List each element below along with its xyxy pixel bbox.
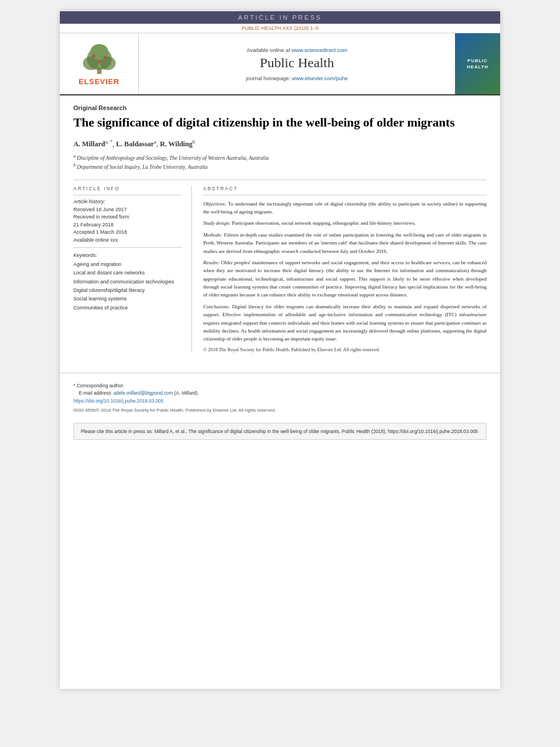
corresponding-author-note: * Corresponding author.	[73, 382, 487, 390]
elsevier-logo: ELSEVIER	[77, 42, 122, 86]
copyright-line: © 2018 The Royal Society for Public Heal…	[203, 347, 487, 352]
article-title: The significance of digital citizenship …	[73, 115, 487, 131]
author2-name: L. Baldassar	[116, 140, 154, 148]
abstract-title: ABSTRACT	[203, 186, 487, 191]
article-type: Original Research	[73, 104, 487, 111]
email-link[interactable]: adele.millard@bigpond.com	[113, 390, 173, 396]
svg-point-6	[103, 56, 107, 59]
svg-point-7	[98, 60, 101, 63]
article-in-press-banner: ARTICLE IN PRESS	[60, 11, 500, 24]
author2-sup: a	[154, 139, 156, 145]
affiliations: a Discipline of Anthropology and Sociolo…	[73, 153, 487, 172]
author3-name: R. Wilding	[160, 140, 193, 148]
article-info-title: ARTICLE INFO	[73, 186, 182, 191]
journal-ref-text: PUBLIC HEALTH XXX (2018) 1–5	[242, 25, 318, 31]
email-footnote: E-mail address: adele.millard@bigpond.co…	[73, 390, 487, 397]
journal-badge: PUBLICHEALTH	[464, 55, 491, 73]
received-date: Received 16 June 2017	[73, 206, 182, 214]
received-revised-label: Received in revised form	[73, 213, 182, 221]
footer-area: * Corresponding author. E-mail address: …	[60, 373, 500, 417]
sciencedirect-link[interactable]: www.sciencedirect.com	[291, 47, 347, 53]
available-online: Available online at www.sciencedirect.co…	[247, 47, 347, 53]
authors: A. Millarda, *, L. Baldassara, R. Wildin…	[73, 139, 487, 148]
keywords-list: Ageing and migration Local and distant c…	[73, 260, 182, 312]
journal-ref-line: PUBLIC HEALTH XXX (2018) 1–5	[60, 24, 500, 33]
keywords-divider	[73, 247, 182, 248]
doi-footnote: https://doi.org/10.1016/j.puhe.2018.03.0…	[73, 397, 487, 405]
accepted-date: Accepted 1 March 2018	[73, 229, 182, 237]
affiliation-2: b Department of Social Inquiry, La Trobe…	[73, 162, 487, 171]
affiliation-1: a Discipline of Anthropology and Sociolo…	[73, 153, 487, 162]
section-divider	[73, 180, 487, 180]
elsevier-wordmark: ELSEVIER	[78, 77, 119, 86]
keyword-2: Local and distant care networks	[73, 269, 182, 277]
journal-homepage: journal homepage: www.elsevier.com/puhe	[246, 75, 348, 81]
journal-badge-area: PUBLICHEALTH	[455, 33, 500, 94]
journal-homepage-link[interactable]: www.elsevier.com/puhe	[292, 75, 348, 81]
elsevier-logo-area: ELSEVIER	[60, 33, 139, 94]
keyword-1: Ageing and migration	[73, 260, 182, 269]
study-design-para: Study design: Participant observation, s…	[203, 219, 487, 227]
two-column-layout: ARTICLE INFO Article history: Received 1…	[73, 186, 487, 352]
objectives-para: Objectives: To understand the increasing…	[203, 200, 487, 216]
issn-line: 0033-3506/© 2018 The Royal Society for P…	[73, 408, 487, 413]
banner-text: ARTICLE IN PRESS	[238, 14, 322, 21]
journal-title: Public Health	[260, 55, 334, 71]
author3-sup: b	[193, 139, 195, 145]
keyword-4: Digital citizenship/digital literacy	[73, 286, 182, 295]
keyword-6: Communities of practice	[73, 304, 182, 312]
abstract-column: ABSTRACT Objectives: To understand the i…	[203, 186, 487, 352]
header-center: Available online at www.sciencedirect.co…	[139, 33, 455, 94]
keyword-5: Social learning systems	[73, 295, 182, 303]
results-para: Results: Older peoples' maintenance of s…	[203, 259, 487, 299]
svg-point-5	[92, 54, 95, 58]
abstract-divider	[203, 195, 487, 195]
doi-link[interactable]: https://doi.org/10.1016/j.puhe.2018.03.0…	[73, 398, 164, 404]
methods-para: Methods: Fifteen in-depth case studies e…	[203, 231, 487, 255]
article-body: Original Research The significance of di…	[60, 95, 500, 361]
received-revised-date: 21 February 2018	[73, 221, 182, 229]
citation-box: Please cite this article in press as: Mi…	[73, 423, 487, 440]
conclusions-para: Conclusions: Digital literacy for older …	[203, 303, 487, 343]
article-info-column: ARTICLE INFO Article history: Received 1…	[73, 186, 192, 352]
info-divider	[73, 195, 182, 195]
available-online: Available online xxx	[73, 237, 182, 244]
keywords-label: Keywords:	[73, 252, 182, 258]
page: ARTICLE IN PRESS PUBLIC HEALTH XXX (2018…	[60, 11, 500, 689]
history-label: Article history:	[73, 199, 182, 204]
header: ELSEVIER Available online at www.science…	[60, 33, 500, 95]
author1-sup: a, *	[105, 139, 112, 145]
elsevier-tree-icon	[77, 42, 122, 76]
author1-name: A. Millard	[73, 140, 105, 148]
keyword-3: Information and communication technologi…	[73, 278, 182, 286]
